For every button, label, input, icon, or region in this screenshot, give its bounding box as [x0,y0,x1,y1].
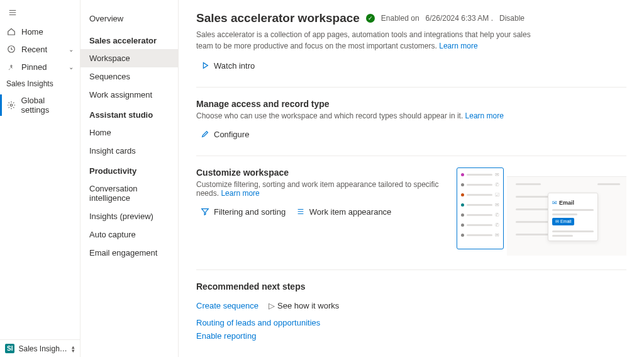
manage-access-title: Manage access and record type [196,99,626,109]
rail-pinned[interactable]: Pinned ⌄ [0,58,80,76]
subnav-item-email-engagement[interactable]: Email engagement [80,244,178,262]
routing-link[interactable]: Routing of leads and opportunities [196,316,626,329]
pencil-icon [200,129,210,139]
updown-icon: ▴▾ [72,345,75,353]
left-rail: Home Recent ⌄ Pinned ⌄ Sales Insights Gl… [0,0,80,357]
section-customize: Customize workspace Customize filtering,… [196,167,626,256]
subnav-item-insight-cards[interactable]: Insight cards [80,142,178,160]
subnav: Overview Sales accelerator Workspace Seq… [80,0,179,357]
appearance-button[interactable]: Work item appearance [292,204,396,219]
chevron-down-icon: ⌄ [69,64,74,71]
pin-icon [6,62,16,72]
app-switcher-label: Sales Insights sett... [18,344,68,353]
divider [196,87,626,88]
subnav-head-productivity: Productivity [80,160,178,179]
divider [196,269,626,270]
page-description: Sales accelerator is a collection of app… [196,29,548,52]
subnav-overview[interactable]: Overview [80,8,178,30]
rail-home-label: Home [21,27,43,37]
subnav-item-conversation-intelligence[interactable]: Conversation intelligence [80,179,178,207]
filtering-label: Filtering and sorting [214,207,286,217]
enabled-check-icon: ✓ [366,14,375,23]
subnav-item-assistant-home[interactable]: Home [80,123,178,142]
app-badge: SI [5,344,14,353]
learn-more-link[interactable]: Learn more [439,42,477,50]
subnav-item-sequences[interactable]: Sequences [80,67,178,86]
list-icon [296,207,306,217]
rail-home[interactable]: Home [0,23,80,40]
clock-icon [6,44,16,54]
rail-app-switcher[interactable]: SI Sales Insights sett... ▴▾ [0,339,80,357]
rail-recent[interactable]: Recent ⌄ [0,40,80,58]
customize-learn-more-link[interactable]: Learn more [221,189,259,198]
rail-recent-label: Recent [21,45,47,54]
play-icon [200,60,210,71]
enabled-label: Enabled on [381,14,419,23]
subnav-item-work-assignment[interactable]: Work assignment [80,86,178,104]
page-title: Sales accelerator workspace [196,11,360,25]
create-sequence-link[interactable]: Create sequence [196,299,258,312]
watch-intro-label: Watch intro [214,61,255,71]
section-next-steps: Recommended next steps Create sequence ▷… [196,281,626,343]
manage-learn-more-link[interactable]: Learn more [465,111,504,120]
rail-global-settings[interactable]: Global settings [0,92,80,118]
manage-access-desc: Choose who can use the workspace and whi… [196,111,626,120]
configure-button[interactable]: Configure [196,127,253,142]
configure-label: Configure [214,130,249,139]
enable-reporting-link[interactable]: Enable reporting [196,329,626,343]
rail-pinned-label: Pinned [21,62,47,72]
next-steps-title: Recommended next steps [196,281,626,292]
customize-desc: Customize filtering, sorting and work it… [196,180,441,198]
watch-intro-button[interactable]: Watch intro [196,58,258,73]
hamburger-button[interactable] [0,4,80,23]
filtering-button[interactable]: Filtering and sorting [196,204,289,219]
home-icon [6,26,16,37]
customize-title: Customize workspace [196,167,441,178]
divider [196,156,626,156]
customize-illustration: ✉ ✆ ☑ ✉ ✆ ✆ ✉ ✉Email ✉ Email [457,167,626,256]
disable-link[interactable]: Disable [499,14,525,23]
subnav-item-workspace[interactable]: Workspace [80,49,178,67]
subnav-head-sales-accelerator: Sales accelerator [80,30,178,49]
main-content: Sales accelerator workspace ✓ Enabled on… [179,0,644,357]
appearance-label: Work item appearance [309,207,392,217]
rail-global-settings-label: Global settings [21,96,74,115]
filter-icon [200,207,210,217]
subnav-item-auto-capture[interactable]: Auto capture [80,225,178,244]
section-manage-access: Manage access and record type Choose who… [196,99,626,142]
subnav-head-assistant-studio: Assistant studio [80,104,178,123]
enabled-date: 6/26/2024 6:33 AM . [426,14,493,23]
subnav-item-insights-preview[interactable]: Insights (preview) [80,207,178,225]
gear-icon [6,100,16,110]
hamburger-icon [8,8,18,18]
see-how-label[interactable]: See how it works [277,301,339,310]
chevron-down-icon: ⌄ [69,46,74,53]
rail-group-sales-insights: Sales Insights [0,76,80,92]
play-icon: ▷ [269,301,275,310]
svg-point-1 [10,104,13,106]
